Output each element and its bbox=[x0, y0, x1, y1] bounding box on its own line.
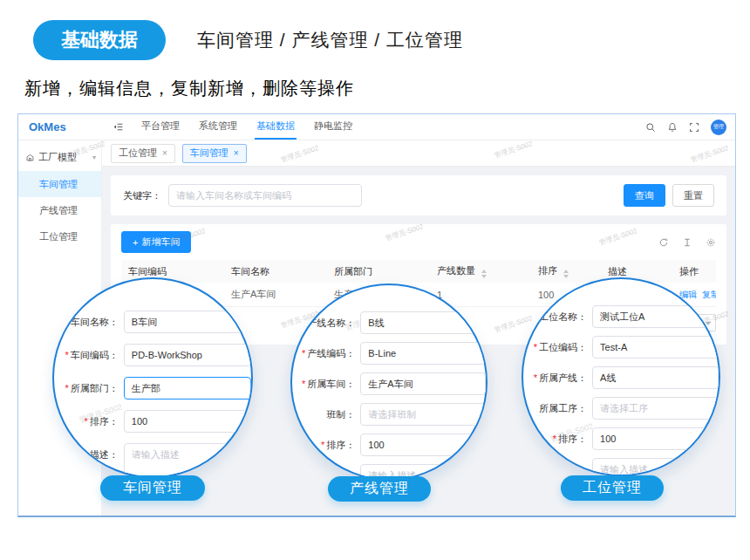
factory-icon bbox=[25, 153, 35, 162]
tab-workshop[interactable]: 车间管理 × bbox=[182, 144, 247, 163]
cell-workshop-name: 生产A车间 bbox=[224, 288, 327, 301]
col-workshop-name: 车间名称 bbox=[224, 265, 327, 278]
magnifier-station: 管理员-S002 工位名称： 测试工位A 工位编码： Test-A 所属产线： … bbox=[522, 277, 720, 476]
edit-link[interactable]: 编辑 bbox=[679, 290, 697, 299]
field-label: 所属部门： bbox=[54, 377, 124, 395]
col-description: 描述 bbox=[601, 265, 672, 278]
user-avatar[interactable]: 管理 bbox=[711, 120, 726, 135]
filter-panel: 关键字： 查询 重置 bbox=[111, 175, 726, 215]
field-label: 排序： bbox=[54, 410, 124, 428]
keyword-label: 关键字： bbox=[123, 189, 161, 202]
department-select[interactable]: 生产部 bbox=[124, 377, 251, 400]
section-badge: 基础数据 bbox=[33, 20, 166, 60]
keyword-input[interactable] bbox=[168, 184, 362, 207]
station-code-input[interactable]: Test-A bbox=[592, 336, 719, 359]
station-form: 工位名称： 测试工位A 工位编码： Test-A 所属产线： A线 所属工序： … bbox=[523, 279, 719, 476]
process-select[interactable]: 请选择工序 bbox=[592, 397, 719, 420]
plus-icon: + bbox=[133, 237, 138, 248]
field-label: 所属产线： bbox=[523, 366, 592, 385]
sidebar-item-workshop[interactable]: 车间管理 bbox=[18, 171, 101, 197]
field-label: 车间编码： bbox=[54, 344, 124, 362]
search-button[interactable]: 查询 bbox=[624, 184, 665, 207]
fullscreen-icon[interactable] bbox=[689, 122, 699, 133]
top-nav: 平台管理 系统管理 基础数据 静电监控 bbox=[102, 114, 354, 140]
sidebar-group-factory-model[interactable]: 工厂模型 ▾ bbox=[18, 146, 101, 171]
col-workshop-code: 车间编码 bbox=[121, 265, 224, 278]
magnifier-line: 管理员-S002 产线名称： B线 产线编码： B-Line 所属车间： 生产A… bbox=[290, 283, 488, 481]
app-header: OkMes 平台管理 系统管理 基础数据 静电监控 bbox=[18, 114, 735, 140]
nav-esd-monitor[interactable]: 静电监控 bbox=[312, 114, 354, 140]
tab-bar: 工位管理 × 车间管理 × bbox=[102, 140, 735, 167]
filter-buttons: 查询 重置 bbox=[624, 184, 714, 207]
sidebar-item-station[interactable]: 工位管理 bbox=[18, 223, 101, 249]
nav-basic-data[interactable]: 基础数据 bbox=[255, 114, 297, 140]
col-label: 产线数量 bbox=[437, 265, 475, 276]
workshop-form: 车间名称： B车间 车间编码： PD-B-WorkShop 所属部门： 生产部 … bbox=[54, 279, 251, 478]
sort-icon[interactable] bbox=[563, 270, 569, 278]
caption-line: 产线管理 bbox=[328, 476, 431, 502]
sidebar-group-label: 工厂模型 bbox=[38, 151, 77, 164]
tab-station[interactable]: 工位管理 × bbox=[111, 144, 175, 163]
field-label: 所属工序： bbox=[523, 397, 592, 415]
field-label: 所属车间： bbox=[292, 372, 360, 391]
col-department: 所属部门 bbox=[327, 265, 430, 278]
refresh-icon[interactable] bbox=[658, 237, 669, 248]
app-logo: OkMes bbox=[29, 120, 66, 133]
parent-line-select[interactable]: A线 bbox=[592, 366, 719, 389]
page-title: 车间管理 / 产线管理 / 工位管理 bbox=[197, 20, 463, 60]
table-toolbar: + 新增车间 bbox=[121, 231, 716, 253]
page: 基础数据 车间管理 / 产线管理 / 工位管理 新增，编辑信息，复制新增，删除等… bbox=[0, 0, 750, 560]
add-workshop-button[interactable]: + 新增车间 bbox=[121, 231, 191, 253]
shift-select[interactable]: 请选择班制 bbox=[360, 403, 486, 426]
line-code-input[interactable]: B-Line bbox=[360, 342, 486, 365]
sort-icon[interactable] bbox=[481, 270, 487, 278]
field-label: 工位编码： bbox=[523, 336, 592, 354]
parent-workshop-select[interactable]: 生产A车间 bbox=[360, 372, 486, 395]
search-icon[interactable] bbox=[645, 122, 656, 133]
col-sort[interactable]: 排序 bbox=[531, 264, 601, 278]
field-label: 班制： bbox=[292, 403, 360, 421]
add-workshop-label: 新增车间 bbox=[141, 236, 180, 249]
sidebar-item-line[interactable]: 产线管理 bbox=[18, 197, 101, 223]
field-label: 产线编码： bbox=[292, 342, 360, 360]
reset-button[interactable]: 重置 bbox=[672, 184, 714, 207]
col-label: 排序 bbox=[538, 265, 557, 276]
caption-station: 工位管理 bbox=[561, 475, 664, 501]
close-icon[interactable]: × bbox=[162, 148, 167, 158]
col-line-count[interactable]: 产线数量 bbox=[430, 264, 531, 278]
nav-system[interactable]: 系统管理 bbox=[197, 114, 239, 140]
sort-input[interactable]: 100 bbox=[124, 410, 251, 433]
chevron-down-icon: ▾ bbox=[92, 154, 96, 161]
header-actions: 管理 bbox=[645, 114, 735, 140]
workshop-code-input[interactable]: PD-B-WorkShop bbox=[124, 344, 251, 366]
page-subtitle: 新增，编辑信息，复制新增，删除等操作 bbox=[24, 77, 354, 100]
cell-line-count: 1 bbox=[430, 290, 531, 300]
col-actions: 操作 bbox=[672, 265, 716, 278]
caption-workshop: 车间管理 bbox=[100, 475, 205, 501]
tab-label: 车间管理 bbox=[190, 147, 228, 160]
line-form: 产线名称： B线 产线编码： B-Line 所属车间： 生产A车间 班制： 请选… bbox=[292, 285, 486, 481]
collapse-sidebar-icon[interactable] bbox=[112, 114, 124, 140]
bell-icon[interactable] bbox=[667, 122, 678, 133]
copy-link[interactable]: 复制 bbox=[702, 290, 716, 299]
logo-box: OkMes bbox=[18, 114, 102, 140]
table-tool-icons bbox=[658, 237, 716, 248]
magnifier-workshop: 管理员-S002 车间名称： B车间 车间编码： PD-B-WorkShop 所… bbox=[52, 277, 253, 478]
tab-label: 工位管理 bbox=[119, 147, 157, 160]
gear-icon[interactable] bbox=[706, 237, 716, 248]
row-height-icon[interactable] bbox=[682, 237, 692, 248]
nav-platform[interactable]: 平台管理 bbox=[140, 114, 181, 140]
close-icon[interactable]: × bbox=[234, 148, 239, 158]
